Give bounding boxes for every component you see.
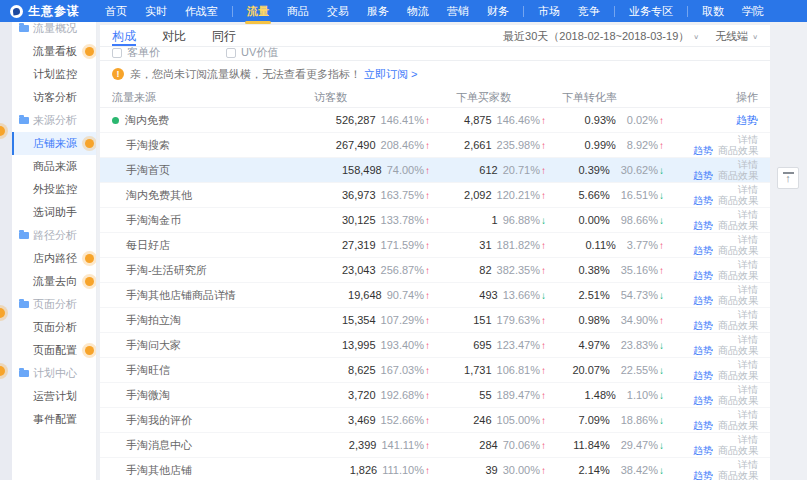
sidebar-item-7[interactable]: 外投监控 (12, 178, 96, 201)
tab-0[interactable]: 构成 (112, 27, 136, 46)
trend-link[interactable]: 趋势 (693, 220, 713, 231)
table-row[interactable]: 淘内免费526,287146.41%↑4,875146.46%↑0.93%0.0… (100, 108, 770, 133)
table-row[interactable]: 手淘旺信8,625167.03%↑1,731106.81%↑20.07%22.5… (100, 358, 770, 383)
item-effect-link[interactable]: 商品效果 (718, 245, 758, 256)
nav-item-7[interactable]: 物流 (398, 0, 438, 22)
terminal-selector[interactable]: 无线端 ∨ (715, 29, 758, 44)
sidebar-item-16[interactable]: 运营计划 (12, 385, 96, 408)
trend-link[interactable]: 趋势 (693, 445, 713, 456)
trend-link[interactable]: 趋势 (693, 470, 713, 480)
sidebar-section-9[interactable]: 路径分析 (12, 224, 96, 247)
detail-link[interactable]: 详情 (738, 134, 758, 145)
table-row[interactable]: 每日好店27,319171.59%↑31181.82%↑0.11%3.77%↑详… (100, 233, 770, 258)
detail-link[interactable]: 详情 (738, 209, 758, 220)
sidebar-item-5[interactable]: 店铺来源 (12, 132, 96, 155)
detail-link[interactable]: 详情 (738, 359, 758, 370)
nav-item-14[interactable]: 学院 (733, 0, 773, 22)
sidebar-item-2[interactable]: 计划监控 (12, 63, 96, 86)
nav-item-12[interactable]: 业务专区 (620, 0, 682, 22)
table-row[interactable]: 手淘我的评价3,469152.66%↑246105.00%↑7.09%18.86… (100, 408, 770, 433)
nav-item-10[interactable]: 市场 (529, 0, 569, 22)
table-row[interactable]: 手淘其他店铺1,826111.10%↑3930.00%↑2.14%38.42%↓… (100, 458, 770, 480)
detail-link[interactable]: 详情 (738, 459, 758, 470)
trend-link[interactable]: 趋势 (693, 270, 713, 281)
nav-item-6[interactable]: 服务 (358, 0, 398, 22)
detail-link[interactable]: 详情 (738, 184, 758, 195)
sidebar-item-6[interactable]: 商品来源 (12, 155, 96, 178)
sidebar-section-0[interactable]: 流量概况 (12, 22, 96, 40)
item-effect-link[interactable]: 商品效果 (718, 445, 758, 456)
trend-link[interactable]: 趋势 (693, 420, 713, 431)
trend-link[interactable]: 趋势 (693, 295, 713, 306)
sidebar-item-1[interactable]: 流量看板 (12, 40, 96, 63)
trend-link[interactable]: 趋势 (693, 245, 713, 256)
sidebar-item-14[interactable]: 页面配置 (12, 339, 96, 362)
detail-link[interactable]: 详情 (738, 409, 758, 420)
item-effect-link[interactable]: 商品效果 (718, 420, 758, 431)
item-effect-link[interactable]: 商品效果 (718, 345, 758, 356)
trend-link[interactable]: 趋势 (693, 395, 713, 406)
detail-link[interactable]: 详情 (738, 159, 758, 170)
sidebar-item-10[interactable]: 店内路径 (12, 247, 96, 270)
trend-link[interactable]: 趋势 (693, 345, 713, 356)
item-effect-link[interactable]: 商品效果 (718, 170, 758, 181)
item-effect-link[interactable]: 商品效果 (718, 320, 758, 331)
table-row[interactable]: 手淘首页158,49874.00%↑61220.71%↑0.39%30.62%↓… (100, 158, 770, 183)
item-effect-link[interactable]: 商品效果 (718, 270, 758, 281)
detail-link[interactable]: 详情 (738, 259, 758, 270)
back-to-top-button[interactable]: ↑ (777, 167, 799, 189)
detail-link[interactable]: 详情 (738, 384, 758, 395)
brand[interactable]: 生意参谋 (0, 3, 96, 20)
metric-checkbox-1[interactable]: UV价值 (226, 47, 278, 60)
sidebar-item-8[interactable]: 选词助手 (12, 201, 96, 224)
nav-item-2[interactable]: 作战室 (176, 0, 227, 22)
metric-checkbox-0[interactable]: 客单价 (112, 47, 160, 60)
table-row[interactable]: 手淘-生活研究所23,043256.87%↑82382.35%↑0.38%35.… (100, 258, 770, 283)
nav-item-0[interactable]: 首页 (96, 0, 136, 22)
nav-item-4[interactable]: 商品 (278, 0, 318, 22)
trend-link[interactable]: 趋势 (736, 115, 758, 126)
table-row[interactable]: 淘内免费其他36,973163.75%↑2,092120.21%↑5.66%16… (100, 183, 770, 208)
trend-link[interactable]: 趋势 (693, 145, 713, 156)
table-row[interactable]: 手淘消息中心2,399141.11%↑28470.06%↑11.84%29.47… (100, 433, 770, 458)
table-row[interactable]: 手淘微淘3,720192.68%↑55189.47%↑1.48%1.10%↓详情… (100, 383, 770, 408)
sidebar-section-12[interactable]: 页面分析 (12, 293, 96, 316)
nav-item-5[interactable]: 交易 (318, 0, 358, 22)
trend-link[interactable]: 趋势 (693, 195, 713, 206)
table-row[interactable]: 手淘问大家13,995193.40%↑695123.47%↑4.97%23.83… (100, 333, 770, 358)
subscribe-link[interactable]: 立即订阅 > (364, 67, 417, 82)
item-effect-link[interactable]: 商品效果 (718, 470, 758, 480)
nav-item-1[interactable]: 实时 (136, 0, 176, 22)
table-row[interactable]: 手淘其他店铺商品详情19,64890.74%↑49313.66%↓2.51%54… (100, 283, 770, 308)
nav-item-3[interactable]: 流量 (238, 0, 278, 22)
table-row[interactable]: 手淘搜索267,490208.46%↑2,661235.98%↑0.99%8.9… (100, 133, 770, 158)
item-effect-link[interactable]: 商品效果 (718, 195, 758, 206)
date-range-selector[interactable]: 最近30天（2018-02-18~2018-03-19） ∨ (503, 29, 699, 44)
tab-1[interactable]: 对比 (162, 27, 186, 46)
detail-link[interactable]: 详情 (738, 284, 758, 295)
sidebar-item-3[interactable]: 访客分析 (12, 86, 96, 109)
detail-link[interactable]: 详情 (738, 334, 758, 345)
nav-item-13[interactable]: 取数 (693, 0, 733, 22)
detail-link[interactable]: 详情 (738, 434, 758, 445)
nav-item-11[interactable]: 竞争 (569, 0, 609, 22)
sidebar-section-4[interactable]: 来源分析 (12, 109, 96, 132)
sidebar-item-17[interactable]: 事件配置 (12, 408, 96, 431)
sidebar-item-11[interactable]: 流量去向 (12, 270, 96, 293)
trend-link[interactable]: 趋势 (693, 320, 713, 331)
table-row[interactable]: 手淘拍立淘15,354107.29%↑151179.63%↑0.98%34.90… (100, 308, 770, 333)
detail-link[interactable]: 详情 (738, 309, 758, 320)
nav-item-8[interactable]: 营销 (438, 0, 478, 22)
tab-2[interactable]: 同行 (212, 27, 236, 46)
trend-link[interactable]: 趋势 (693, 370, 713, 381)
sidebar-section-15[interactable]: 计划中心 (12, 362, 96, 385)
detail-link[interactable]: 详情 (738, 234, 758, 245)
item-effect-link[interactable]: 商品效果 (718, 370, 758, 381)
item-effect-link[interactable]: 商品效果 (718, 295, 758, 306)
sidebar-item-13[interactable]: 页面分析 (12, 316, 96, 339)
trend-link[interactable]: 趋势 (693, 170, 713, 181)
item-effect-link[interactable]: 商品效果 (718, 145, 758, 156)
item-effect-link[interactable]: 商品效果 (718, 395, 758, 406)
item-effect-link[interactable]: 商品效果 (718, 220, 758, 231)
table-row[interactable]: 手淘淘金币30,125133.78%↑196.88%↓0.00%98.66%↓详… (100, 208, 770, 233)
